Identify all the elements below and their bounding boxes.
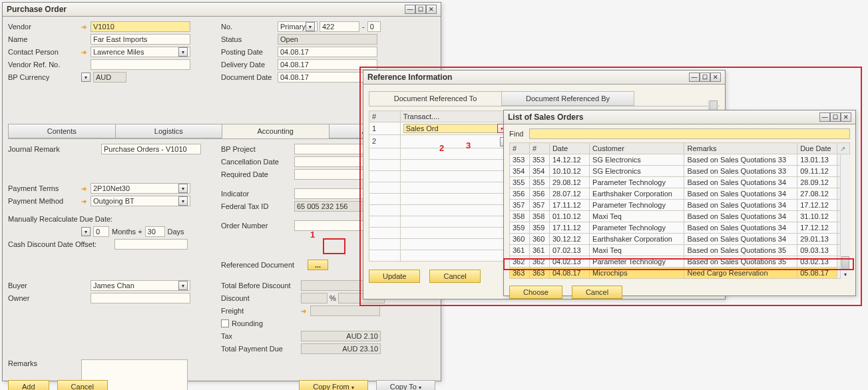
no-type-field[interactable]: Primary▾ [278,21,318,32]
remarks-label: Remarks [8,359,81,367]
po-title: Purchase Order [7,5,67,14]
name-label: Name [8,35,81,43]
tab-accounting[interactable]: Accounting [222,124,329,138]
table-row[interactable]: 35635628.07.12Earthshaker CorporationBas… [510,188,850,200]
cash-label: Cash Discount Date Offset: [8,240,114,248]
expand-icon[interactable]: ↗ [840,145,845,152]
choose-button[interactable]: Choose [509,286,562,299]
vendor-field[interactable]: V1010 [91,21,190,32]
link-arrow-icon[interactable]: ➜ [81,49,91,56]
find-label: Find [509,130,529,138]
table-row[interactable]: 35535529.08.12Parameter TechnologyBased … [510,177,850,188]
link-arrow-icon[interactable]: ➜ [81,198,91,205]
payterms-label: Payment Terms [8,184,81,192]
freight-label: Freight [221,307,301,315]
table-row[interactable]: 35335314.12.12SG ElectronicsBased on Sal… [510,154,850,166]
discount-pct-field[interactable] [301,293,327,303]
add-button[interactable]: Add [8,380,49,390]
bpcurrency-label: BP Currency [8,73,81,81]
bpcurrency-field[interactable]: AUD [93,72,126,83]
copy-from-button[interactable]: Copy From ▾ [299,380,367,390]
minimize-button[interactable]: — [819,112,830,122]
name-field[interactable]: Far East Imports [91,34,190,45]
total-field: AUD 23.10 [301,343,381,354]
contact-field[interactable]: Lawrence Miles▾ [91,47,190,57]
copy-to-button[interactable]: Copy To ▾ [376,380,435,390]
dropdown-icon[interactable]: ▾ [306,22,315,31]
maximize-button[interactable]: ☐ [700,73,710,82]
posting-field[interactable]: 04.08.17 [278,47,377,57]
vendorref-label: Vendor Ref. No. [8,61,81,69]
payterms-field[interactable]: 2P10Net30▾ [91,183,190,194]
ref-title: Reference Information [367,73,452,82]
dropdown-icon[interactable]: ▾ [81,227,91,236]
contact-label: Contact Person [8,48,81,56]
ref-title-bar: Reference Information —☐✕ [363,71,725,85]
maximize-button[interactable]: ☐ [830,112,841,122]
close-button[interactable]: ✕ [426,5,437,14]
table-row[interactable]: 35935917.11.12Parameter TechnologyBased … [510,222,850,234]
discount-label: Discount [221,294,301,302]
table-row[interactable]: 35835801.10.12Maxi TeqBased on Sales Quo… [510,211,850,222]
refdoc-button[interactable]: ... [308,260,328,270]
cash-field[interactable] [114,239,188,250]
annotation-label-3: 3 [466,140,471,150]
tab-contents[interactable]: Contents [8,124,116,138]
minimize-button[interactable]: — [405,5,415,14]
update-button[interactable]: Update [369,270,420,283]
tab-logistics[interactable]: Logistics [115,124,223,138]
tax-field: AUD 2.10 [301,331,381,341]
table-row[interactable]: 35735717.11.12Parameter TechnologyBased … [510,200,850,211]
ref-tab-to[interactable]: Document Referenced To [369,91,502,106]
bpproject-label: BP Project [221,145,294,153]
owner-field[interactable] [91,293,190,303]
cancel-button[interactable]: Cancel [572,286,622,299]
scroll-down-button[interactable]: ▾ [841,270,850,279]
minimize-button[interactable]: — [689,73,700,82]
tax-label: Tax [221,332,301,340]
fedtax-label: Federal Tax ID [221,202,294,210]
maximize-button[interactable]: ☐ [415,5,426,14]
buyer-label: Buyer [8,282,81,290]
annotation-label-1: 1 [310,230,315,240]
dropdown-icon[interactable]: ▾ [178,196,188,206]
paymethod-field[interactable]: Outgoing BT▾ [91,196,190,206]
cancel-button[interactable]: Cancel [57,380,108,390]
find-input[interactable] [529,128,850,139]
owner-label: Owner [8,294,81,302]
months-field[interactable]: 0 [93,226,109,237]
link-arrow-icon[interactable]: ➜ [81,23,91,31]
vendor-label: Vendor [8,23,81,31]
total-label: Total Payment Due [221,345,301,353]
days-field[interactable]: 30 [145,226,165,237]
table-row[interactable]: 36136107.02.13Maxi TeqBased on Sales Quo… [510,245,850,256]
journal-label: Journal Remark [8,145,101,153]
cancel-button[interactable]: Cancel [429,270,480,283]
journal-field[interactable]: Purchase Orders - V1010 [101,144,201,154]
indicator-label: Indicator [221,190,294,198]
link-arrow-icon[interactable]: ➜ [301,307,310,315]
buyer-field[interactable]: James Chan▾ [91,280,190,291]
list-title: List of Sales Orders [508,112,583,122]
annotation-label-2: 2 [439,143,444,153]
refdoc-label: Referenced Document [221,261,308,269]
col-transaction: Transact.... [400,111,512,122]
no-value-field[interactable]: 422 [320,21,359,32]
vendorref-field[interactable] [91,59,190,70]
dropdown-icon[interactable]: ▾ [178,184,188,193]
close-button[interactable]: ✕ [710,73,721,82]
table-row[interactable]: 36036030.12.12Earthshaker CorporationBas… [510,234,850,245]
rounding-checkbox[interactable] [221,319,229,327]
no-sub-field[interactable]: 0 [367,21,381,32]
col-num: # [369,111,401,122]
freight-field [310,305,380,316]
dropdown-icon[interactable]: ▾ [178,281,188,290]
recalc-label: Manually Recalculate Due Date: [8,215,112,223]
dropdown-icon[interactable]: ▾ [81,73,91,82]
link-arrow-icon[interactable]: ➜ [81,185,91,192]
dropdown-icon[interactable]: ▾ [178,47,188,57]
table-row[interactable]: 35435410.10.12SG ElectronicsBased on Sal… [510,166,850,177]
close-button[interactable]: ✕ [841,112,851,122]
ref-tab-by[interactable]: Document Referenced By [501,91,634,106]
posting-label: Posting Date [221,48,278,56]
